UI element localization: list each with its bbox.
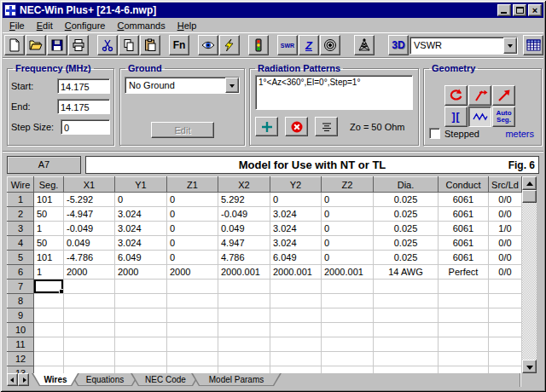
row-header[interactable]: 7 [8, 280, 34, 294]
rotate-wire-button[interactable] [444, 85, 468, 106]
grid-cell[interactable] [322, 308, 374, 323]
grid-cell[interactable]: 6061 [439, 193, 489, 207]
grid-cell[interactable] [439, 280, 489, 294]
grid-cell[interactable] [167, 323, 218, 337]
new-button[interactable] [4, 35, 25, 55]
nec-table-button[interactable] [523, 35, 543, 55]
grid-cell[interactable] [218, 366, 270, 374]
grid-cell[interactable] [489, 323, 522, 337]
grid-cell[interactable] [167, 366, 218, 374]
grid-cell[interactable] [374, 308, 439, 323]
grid-cell[interactable]: 3.024 [270, 222, 322, 236]
grid-cell[interactable]: 2000 [115, 265, 167, 280]
grid-cell[interactable] [115, 366, 167, 374]
grid-cell[interactable]: 0 [115, 193, 167, 207]
grid-cell[interactable] [34, 294, 64, 308]
wire-direction-button[interactable] [468, 85, 491, 106]
row-header[interactable]: 2 [8, 207, 34, 222]
grid-cell[interactable]: -5.292 [64, 193, 115, 207]
end-frequency-input[interactable] [57, 99, 110, 114]
grid-cell[interactable]: 2000.001 [270, 265, 322, 280]
grid-cell[interactable] [374, 294, 439, 308]
grid-cell[interactable] [489, 280, 522, 294]
minimize-button[interactable] [497, 4, 511, 16]
grid-cell[interactable]: 5.292 [218, 193, 270, 207]
open-button[interactable] [26, 35, 46, 55]
grid-cell[interactable] [167, 352, 218, 366]
grid-cell[interactable] [270, 294, 322, 308]
grid-cell[interactable] [489, 337, 522, 352]
add-pattern-button[interactable] [255, 117, 278, 136]
grid-cell[interactable]: 1/0 [489, 222, 522, 236]
row-header[interactable]: 11 [8, 337, 34, 352]
grid-cell[interactable] [64, 366, 115, 374]
vertical-scrollbar[interactable] [522, 176, 537, 373]
delete-pattern-button[interactable] [285, 117, 308, 136]
grid-cell[interactable]: 0.025 [374, 251, 439, 265]
grid-cell[interactable] [218, 323, 270, 337]
grid-cell[interactable] [489, 308, 522, 323]
print-button[interactable] [68, 35, 89, 55]
row-header[interactable]: 13 [8, 366, 34, 374]
grid-cell[interactable]: 2000 [64, 265, 115, 280]
grid-cell[interactable]: 0.025 [374, 207, 439, 222]
grid-cell[interactable] [34, 337, 64, 352]
grid-cell[interactable] [218, 280, 270, 294]
grid-cell[interactable]: Perfect [439, 265, 489, 280]
grid-cell[interactable] [115, 337, 167, 352]
menu-edit[interactable]: Edit [31, 19, 59, 32]
auto-segment-button[interactable]: AutoSeg. [492, 107, 515, 127]
grid-cell[interactable]: 1 [34, 265, 64, 280]
grid-cell[interactable]: 2000 [167, 265, 218, 280]
column-header-z2[interactable]: Z2 [322, 177, 374, 193]
start-frequency-input[interactable] [57, 78, 110, 94]
grid-cell[interactable] [322, 294, 374, 308]
grid-cell[interactable]: -0.049 [64, 222, 115, 236]
grid-cell[interactable]: 0/0 [489, 251, 522, 265]
column-header-wire[interactable]: Wire [8, 177, 34, 193]
grid-cell[interactable]: 6.049 [270, 251, 322, 265]
row-header[interactable]: 1 [8, 193, 34, 207]
grid-cell[interactable] [64, 294, 115, 308]
grid-cell[interactable] [439, 308, 489, 323]
grid-cell[interactable] [439, 337, 489, 352]
grid-cell[interactable] [322, 323, 374, 337]
edit-ground-button[interactable]: Edit [151, 122, 214, 138]
grid-cell[interactable] [218, 294, 270, 308]
grid-cell[interactable]: 6061 [439, 207, 489, 222]
grid-cell[interactable]: 0 [167, 193, 218, 207]
grid-cell[interactable]: 0 [167, 236, 218, 251]
grid-cell[interactable]: 6061 [439, 236, 489, 251]
radiation-pattern-button[interactable] [320, 35, 340, 55]
row-header[interactable]: 9 [8, 308, 34, 323]
grid-cell[interactable]: 0 [167, 207, 218, 222]
grid-cell[interactable] [167, 294, 218, 308]
sheet-tab-nec-code[interactable]: NEC Code [131, 373, 200, 386]
grid-cell[interactable] [64, 323, 115, 337]
grid-cell[interactable]: -0.049 [218, 207, 270, 222]
menu-help[interactable]: Help [171, 19, 203, 32]
stretch-wire-button[interactable] [492, 85, 515, 106]
pattern-select-combo[interactable]: VSWR [410, 37, 518, 55]
grid-cell[interactable] [34, 308, 64, 323]
ground-dropdown-arrow[interactable] [225, 78, 239, 93]
column-header-src-ld[interactable]: Src/Ld [489, 177, 522, 193]
grid-cell[interactable] [115, 323, 167, 337]
grid-cell[interactable]: 0 [322, 222, 374, 236]
swr-button[interactable]: SWR [277, 35, 298, 55]
row-header[interactable]: 4 [8, 236, 34, 251]
grid-cell[interactable]: 0/0 [489, 265, 522, 280]
grid-cell[interactable] [322, 366, 374, 374]
grid-cell[interactable]: 1 [34, 222, 64, 236]
antenna-view-button[interactable] [354, 35, 375, 55]
grid-cell[interactable] [64, 280, 115, 294]
grid-cell[interactable]: 3.024 [115, 236, 167, 251]
row-header[interactable]: 6 [8, 265, 34, 280]
row-header[interactable]: 8 [8, 294, 34, 308]
grid-cell[interactable] [270, 366, 322, 374]
grid-cell[interactable] [167, 337, 218, 352]
selected-cell[interactable] [34, 280, 64, 294]
view-button[interactable] [198, 35, 218, 55]
grid-cell[interactable]: 2000.001 [322, 265, 374, 280]
grid-cell[interactable] [115, 280, 167, 294]
